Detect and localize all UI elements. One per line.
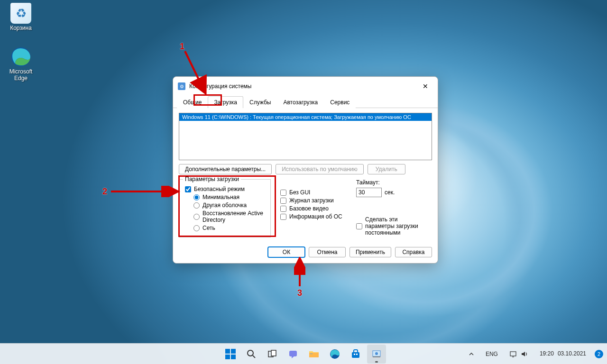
os-info-checkbox[interactable]: Информация об ОС (280, 213, 347, 220)
chevron-up-icon (469, 351, 474, 357)
task-view-icon (267, 349, 277, 359)
taskbar-right: ENG 19:20 03.10.2021 2 (466, 344, 603, 364)
boot-options-legend: Параметры загрузки (183, 176, 241, 182)
explorer-button[interactable] (304, 345, 323, 364)
volume-icon (521, 350, 528, 358)
tab-bar: Общие Загрузка Службы Автозагрузка Серви… (173, 96, 438, 108)
windows-logo-icon (225, 349, 236, 359)
task-view-button[interactable] (263, 345, 282, 364)
timeout-input[interactable] (356, 188, 382, 197)
search-icon (247, 349, 256, 359)
os-entry[interactable]: Windows 11 (C:\WINDOWS) : Текущая операц… (179, 113, 432, 121)
edge-icon (330, 349, 340, 359)
timeout-label: Таймаут: (356, 179, 427, 186)
radio-alt-shell[interactable]: Другая оболочка (193, 202, 265, 209)
delete-button: Удалить (368, 164, 405, 174)
svg-rect-10 (310, 354, 313, 354)
dialog-buttons: ОК Отмена Применить Справка (173, 242, 438, 263)
timeout-group: Таймаут: сек. Сделать эти параметры загр… (356, 179, 427, 237)
svg-point-4 (248, 350, 253, 356)
radio-minimal[interactable]: Минимальная (193, 194, 265, 200)
msconfig-taskbar-button[interactable] (367, 345, 386, 364)
folder-icon (309, 349, 319, 359)
boot-options-group: Параметры загрузки Безопасный режим Мини… (179, 179, 271, 237)
search-button[interactable] (242, 345, 261, 364)
taskbar: ENG 19:20 03.10.2021 2 (0, 343, 607, 364)
close-button[interactable]: ✕ (418, 81, 433, 92)
store-button[interactable] (346, 345, 365, 364)
clock[interactable]: 19:20 03.10.2021 (537, 348, 589, 360)
svg-point-17 (375, 352, 378, 355)
svg-rect-14 (356, 354, 358, 355)
tab-general[interactable]: Общие (177, 96, 208, 108)
desktop-icon-recycle-bin[interactable]: Корзина (3, 3, 39, 31)
tab-content: Windows 11 (C:\WINDOWS) : Текущая операц… (173, 108, 438, 242)
svg-rect-12 (352, 352, 359, 358)
chat-icon (288, 349, 298, 359)
desktop-icon-label: Корзина (3, 25, 39, 31)
boot-flags-group: Без GUI Журнал загрузки Базовое видео Ин… (280, 179, 347, 237)
timeout-unit: сек. (385, 189, 395, 196)
edge-icon (10, 46, 31, 67)
taskbar-center (221, 344, 386, 364)
tab-startup[interactable]: Автозагрузка (277, 96, 324, 108)
store-icon (351, 349, 360, 359)
desktop-icon-label: Microsoft Edge (3, 68, 39, 82)
desktop-icon-edge[interactable]: Microsoft Edge (3, 46, 39, 82)
svg-rect-13 (354, 354, 355, 355)
radio-network[interactable]: Сеть (193, 225, 265, 231)
annotation-number-2: 2 (102, 187, 107, 197)
os-list[interactable]: Windows 11 (C:\WINDOWS) : Текущая операц… (179, 113, 432, 160)
start-button[interactable] (221, 345, 240, 364)
system-tray[interactable] (506, 348, 531, 360)
svg-rect-7 (271, 350, 276, 356)
tray-chevron[interactable] (466, 349, 477, 359)
svg-rect-9 (309, 353, 319, 357)
notification-badge[interactable]: 2 (595, 350, 603, 358)
radio-ad-repair[interactable]: Восстановление Active Directory (193, 210, 265, 223)
make-permanent-checkbox[interactable]: Сделать эти параметры загрузки постоянны… (356, 216, 427, 236)
titlebar[interactable]: ⚙ Конфигурация системы ✕ (173, 77, 438, 94)
tab-tools[interactable]: Сервис (324, 96, 356, 108)
cancel-button[interactable]: Отмена (309, 247, 346, 257)
time-text: 19:20 (540, 350, 554, 358)
recycle-bin-icon (10, 3, 31, 24)
annotation-number-3: 3 (297, 288, 302, 298)
app-icon: ⚙ (178, 82, 185, 90)
msconfig-dialog: ⚙ Конфигурация системы ✕ Общие Загрузка … (173, 76, 438, 264)
msconfig-icon (372, 349, 381, 359)
svg-rect-18 (510, 352, 516, 356)
ok-button[interactable]: ОК (268, 247, 305, 257)
edge-taskbar-button[interactable] (325, 345, 344, 364)
set-default-button: Использовать по умолчанию (276, 164, 364, 174)
date-text: 03.10.2021 (558, 350, 586, 358)
apply-button[interactable]: Применить (349, 247, 391, 257)
svg-rect-8 (289, 351, 297, 356)
svg-rect-16 (373, 356, 380, 357)
chat-button[interactable] (284, 345, 303, 364)
annotation-number-1: 1 (180, 42, 184, 52)
advanced-options-button[interactable]: Дополнительные параметры... (179, 164, 272, 174)
safe-boot-checkbox[interactable]: Безопасный режим (185, 186, 265, 192)
svg-line-5 (253, 355, 255, 358)
window-title: Конфигурация системы (189, 83, 418, 90)
language-indicator[interactable]: ENG (483, 349, 501, 359)
no-gui-checkbox[interactable]: Без GUI (280, 189, 347, 196)
network-icon (509, 350, 517, 358)
tab-services[interactable]: Службы (243, 96, 277, 108)
help-button[interactable]: Справка (395, 247, 432, 257)
base-video-checkbox[interactable]: Базовое видео (280, 205, 347, 212)
boot-log-checkbox[interactable]: Журнал загрузки (280, 197, 347, 204)
tab-boot[interactable]: Загрузка (208, 96, 243, 108)
